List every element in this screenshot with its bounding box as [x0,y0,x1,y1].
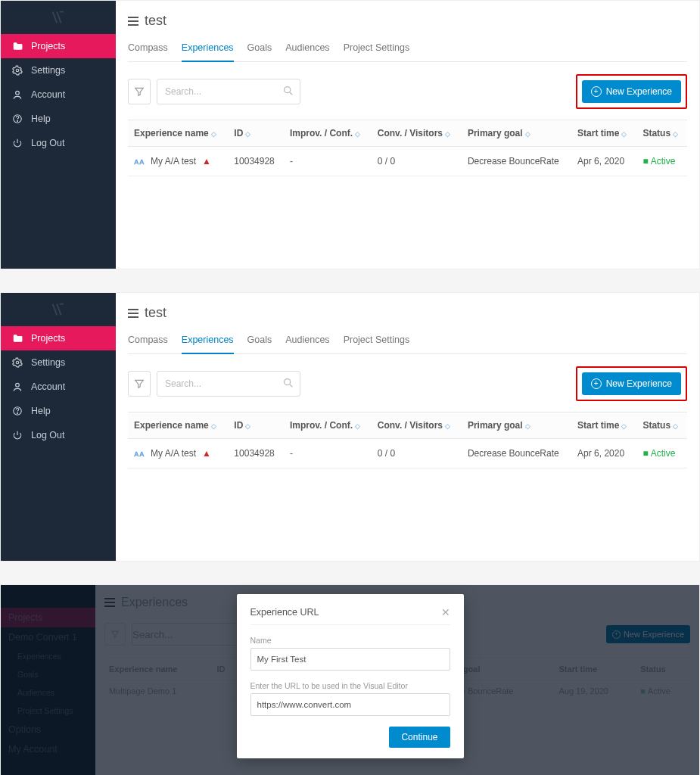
sidebar-item-help[interactable]: Help [1,399,116,423]
filter-button[interactable] [128,79,151,104]
col-goal[interactable]: Primary goal◇ [462,412,571,439]
modal-title: Experience URL [250,607,441,618]
sidebar-item-label: Account [31,89,65,100]
experiences-table: Experience name◇ ID◇ Improv. / Conf.◇ Co… [128,120,687,176]
table-row[interactable]: ᴀᴀMy A/A test▲ 10034928 - 0 / 0 Decrease… [128,439,687,468]
sidebar: Projects Settings Account Help Log Out [1,293,116,561]
tab-compass[interactable]: Compass [128,331,168,353]
help-icon [11,405,23,417]
sidebar-item-projects[interactable]: Projects [1,34,116,58]
warning-icon: ▲ [202,448,211,459]
cell-goal: Decrease BounceRate [462,147,571,176]
new-experience-highlight: +New Experience [576,366,687,401]
sidebar-item-label: Log Out [31,138,64,148]
cell-name: My A/A test [151,156,196,167]
tab-goals[interactable]: Goals [247,331,272,353]
close-icon[interactable]: ✕ [441,606,450,618]
power-icon [11,429,23,441]
toolbar: + New Experience [128,62,687,114]
cell-improv: - [284,439,372,468]
page-title: test [145,305,166,321]
user-icon [11,89,23,101]
tab-experiences[interactable]: Experiences [182,39,234,62]
sort-icon: ◇ [673,130,678,138]
new-experience-button[interactable]: + New Experience [582,80,681,103]
sidebar-item-account[interactable]: Account [1,375,116,399]
funnel-icon [134,378,145,389]
search-input[interactable] [157,371,300,397]
filter-button[interactable] [128,371,151,397]
help-icon [11,113,23,125]
sort-icon: ◇ [355,130,360,138]
sidebar-item-label: Help [31,406,51,416]
col-goal[interactable]: Primary goal◇ [462,120,571,147]
sort-icon: ◇ [245,422,250,430]
col-id[interactable]: ID◇ [228,120,284,147]
svg-point-5 [16,361,19,364]
new-experience-label: New Experience [606,86,672,97]
col-conv[interactable]: Conv. / Visitors◇ [372,412,462,439]
col-name[interactable]: Experience name◇ [128,412,228,439]
sidebar-item-logout[interactable]: Log Out [1,423,116,447]
tab-project-settings[interactable]: Project Settings [344,331,410,353]
new-experience-highlight: + New Experience [576,74,687,109]
cell-goal: Decrease BounceRate [462,439,571,468]
tab-audiences[interactable]: Audiences [285,331,329,353]
sidebar-item-label: Log Out [31,430,64,440]
sidebar-item-logout[interactable]: Log Out [1,131,116,155]
plus-circle-icon: + [591,378,602,389]
cell-status: Active [651,448,676,459]
status-dot-icon: ■ [642,448,648,459]
new-experience-label: New Experience [606,378,672,389]
hamburger-icon[interactable] [128,17,138,26]
folder-icon [11,332,23,344]
sort-icon: ◇ [525,130,530,138]
col-status[interactable]: Status◇ [636,412,687,439]
sidebar-item-help[interactable]: Help [1,107,116,131]
new-experience-button[interactable]: +New Experience [582,372,681,395]
svg-point-0 [16,69,19,72]
sort-icon: ◇ [525,422,530,430]
tab-experiences[interactable]: Experiences [182,331,234,354]
sidebar-item-settings[interactable]: Settings [1,58,116,82]
search-input[interactable] [157,79,300,104]
breadcrumb: test [128,300,687,331]
col-start[interactable]: Start time◇ [571,120,636,147]
funnel-icon [134,86,145,97]
col-improv[interactable]: Improv. / Conf.◇ [284,120,372,147]
col-conv[interactable]: Conv. / Visitors◇ [372,120,462,147]
hamburger-icon[interactable] [128,309,138,318]
experiment-type-icon: ᴀᴀ [134,157,145,167]
logo-icon [1,293,116,326]
col-start[interactable]: Start time◇ [571,412,636,439]
sidebar-item-label: Settings [31,65,65,76]
sidebar-item-label: Account [31,381,65,392]
sidebar-item-account[interactable]: Account [1,82,116,107]
tab-goals[interactable]: Goals [247,39,272,61]
sidebar-item-settings[interactable]: Settings [1,350,116,375]
url-input[interactable] [250,693,450,716]
experiences-table: Experience name◇ ID◇ Improv. / Conf.◇ Co… [128,412,687,468]
sort-icon: ◇ [211,422,216,430]
continue-button[interactable]: Continue [389,727,450,748]
tab-audiences[interactable]: Audiences [285,39,329,61]
sort-icon: ◇ [245,130,250,138]
plus-circle-icon: + [591,86,602,97]
toolbar: +New Experience [128,354,687,406]
page-title: test [145,13,166,29]
col-id[interactable]: ID◇ [228,412,284,439]
sidebar-item-projects[interactable]: Projects [1,326,116,350]
col-status[interactable]: Status◇ [636,120,687,147]
logo-icon [1,1,116,34]
tab-compass[interactable]: Compass [128,39,168,61]
table-row[interactable]: ᴀᴀ My A/A test ▲ 10034928 - 0 / 0 Decrea… [128,147,687,176]
cell-id: 10034928 [228,147,284,176]
sidebar-item-label: Help [31,114,51,124]
col-improv[interactable]: Improv. / Conf.◇ [284,412,372,439]
name-input[interactable] [250,648,450,671]
svg-point-4 [285,87,291,93]
sidebar-item-label: Projects [31,333,65,344]
cell-conv: 0 / 0 [372,147,462,176]
tab-project-settings[interactable]: Project Settings [344,39,410,61]
col-name[interactable]: Experience name◇ [128,120,228,147]
